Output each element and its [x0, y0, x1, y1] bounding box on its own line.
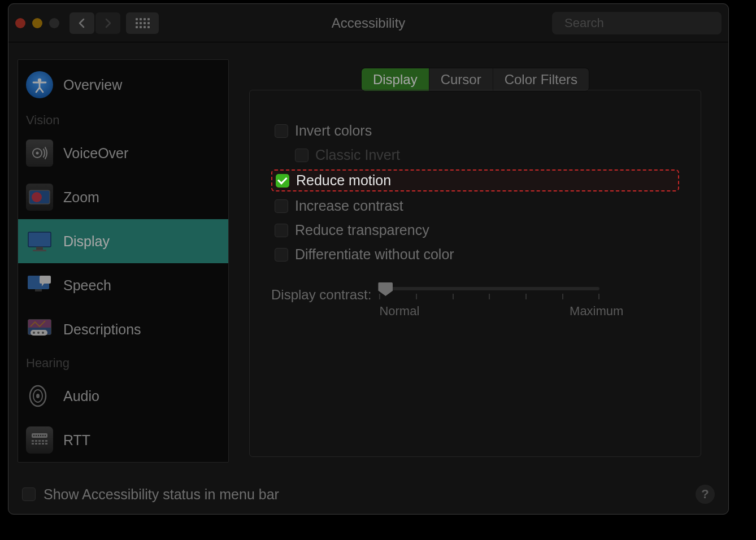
sidebar-item-zoom[interactable]: Zoom	[18, 175, 228, 219]
sidebar-item-audio[interactable]: Audio	[18, 374, 228, 418]
nav-buttons	[69, 12, 120, 34]
svg-rect-31	[35, 440, 37, 442]
svg-rect-10	[33, 250, 46, 251]
minimize-window-button[interactable]	[32, 18, 42, 28]
display-contrast-slider[interactable]: Normal Maximum	[379, 287, 679, 319]
reduce-transparency-label: Reduce transparency	[295, 222, 429, 238]
sidebar-item-descriptions[interactable]: Descriptions	[18, 307, 228, 351]
svg-point-19	[42, 332, 44, 334]
voiceover-icon	[26, 140, 53, 167]
slider-minmax-labels: Normal Maximum	[379, 304, 623, 319]
zoom-icon	[26, 184, 53, 211]
back-button[interactable]	[69, 12, 94, 34]
sidebar-item-rtt[interactable]: RTT	[18, 418, 228, 462]
show-status-label: Show Accessibility status in menu bar	[44, 486, 279, 503]
sidebar-item-label: VoiceOver	[63, 145, 128, 162]
classic-invert-label: Classic Invert	[315, 147, 400, 163]
svg-rect-35	[32, 443, 34, 445]
sidebar-item-label: Speech	[63, 277, 111, 294]
reduce-motion-label: Reduce motion	[296, 172, 391, 189]
slider-max-label: Maximum	[570, 304, 623, 319]
svg-point-6	[32, 192, 42, 202]
svg-rect-12	[35, 289, 42, 291]
diff-without-color-row[interactable]: Differentiate without color	[271, 245, 679, 264]
show-status-checkbox[interactable]	[22, 487, 36, 501]
svg-rect-30	[32, 440, 34, 442]
footer: Show Accessibility status in menu bar ?	[8, 479, 728, 514]
reduce-motion-checkbox[interactable]	[276, 174, 289, 188]
svg-point-2	[38, 79, 41, 82]
sidebar-section-hearing: Hearing	[18, 351, 228, 374]
chevron-left-icon	[78, 18, 86, 28]
svg-point-4	[36, 152, 39, 155]
sidebar-item-display[interactable]: Display	[18, 219, 228, 263]
sidebar-item-label: Descriptions	[63, 321, 141, 338]
sidebar-item-label: Audio	[63, 388, 99, 404]
rtt-icon	[26, 426, 53, 454]
svg-point-28	[42, 435, 44, 436]
svg-point-24	[33, 435, 34, 436]
diff-without-color-label: Differentiate without color	[295, 246, 454, 263]
increase-contrast-row[interactable]: Increase contrast	[271, 196, 679, 216]
preferences-window: Accessibility Overview Vision VoiceOver	[8, 3, 729, 515]
traffic-lights	[15, 18, 59, 28]
sidebar-item-label: Zoom	[63, 189, 99, 206]
reduce-transparency-checkbox[interactable]	[275, 224, 288, 237]
reduce-transparency-row[interactable]: Reduce transparency	[271, 220, 679, 240]
svg-point-18	[37, 332, 40, 334]
svg-rect-34	[45, 440, 47, 442]
svg-point-17	[33, 332, 35, 334]
zoom-window-button[interactable]	[49, 18, 59, 28]
window-title: Accessibility	[332, 15, 406, 31]
sidebar-item-label: Display	[63, 233, 110, 250]
reduce-motion-row[interactable]: Reduce motion	[271, 169, 679, 191]
svg-rect-8	[28, 232, 51, 247]
svg-rect-38	[42, 443, 44, 445]
display-contrast-block: Display contrast: Normal Maximum	[271, 287, 679, 319]
tab-cursor[interactable]: Cursor	[429, 68, 493, 91]
invert-colors-label: Invert colors	[295, 123, 372, 139]
sidebar-item-label: Overview	[63, 77, 122, 93]
audio-icon	[26, 382, 53, 410]
svg-point-22	[36, 394, 40, 398]
display-contrast-label: Display contrast:	[271, 287, 371, 303]
svg-rect-36	[35, 443, 37, 445]
invert-colors-checkbox[interactable]	[275, 124, 288, 138]
sidebar-item-voiceover[interactable]: VoiceOver	[18, 131, 228, 175]
show-all-button[interactable]	[126, 12, 159, 34]
title-bar: Accessibility	[8, 4, 728, 42]
invert-colors-row[interactable]: Invert colors	[271, 121, 679, 141]
display-icon	[26, 228, 53, 255]
search-field[interactable]	[552, 12, 722, 34]
forward-button[interactable]	[95, 12, 120, 34]
sidebar-section-vision: Vision	[18, 108, 228, 131]
svg-point-27	[40, 435, 41, 436]
speech-icon	[26, 272, 53, 299]
svg-rect-37	[38, 443, 41, 445]
sidebar-item-overview[interactable]: Overview	[18, 62, 228, 107]
sidebar-item-label: RTT	[63, 432, 90, 448]
window-body: Overview Vision VoiceOver Zoom Displa	[8, 42, 728, 479]
main-content: Display Cursor Color Filters Invert colo…	[238, 59, 712, 470]
close-window-button[interactable]	[15, 18, 25, 28]
help-button[interactable]: ?	[696, 485, 715, 504]
tab-color-filters[interactable]: Color Filters	[493, 68, 589, 91]
increase-contrast-checkbox[interactable]	[275, 199, 288, 213]
diff-without-color-checkbox[interactable]	[275, 248, 288, 262]
tab-display[interactable]: Display	[362, 68, 429, 91]
svg-point-25	[36, 435, 37, 436]
svg-rect-33	[42, 440, 44, 442]
tab-group: Display Cursor Color Filters	[362, 68, 589, 91]
increase-contrast-label: Increase contrast	[295, 198, 403, 214]
classic-invert-checkbox	[295, 149, 309, 162]
accessibility-overview-icon	[26, 71, 53, 98]
search-input[interactable]	[564, 16, 720, 31]
classic-invert-row: Classic Invert	[292, 145, 679, 165]
svg-rect-9	[36, 247, 43, 250]
sidebar-item-speech[interactable]: Speech	[18, 263, 228, 307]
svg-rect-32	[38, 440, 41, 442]
display-options-panel: Invert colors Classic Invert Reduce moti…	[249, 90, 701, 457]
descriptions-icon	[26, 316, 53, 343]
slider-min-label: Normal	[379, 304, 419, 319]
sidebar: Overview Vision VoiceOver Zoom Displa	[18, 59, 229, 463]
